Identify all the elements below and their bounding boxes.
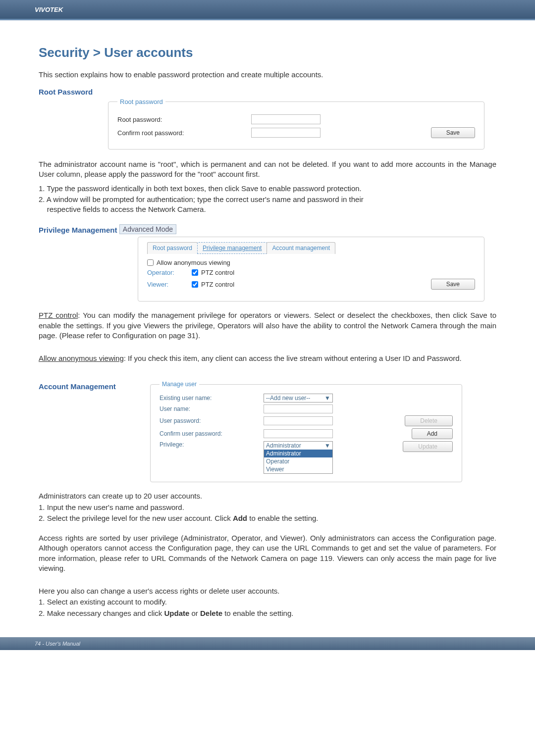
allow-anonymous-para: Allow anonymous viewing: If you check th… [39, 353, 496, 363]
step-1-1: 1. Type the password identically in both… [39, 184, 496, 194]
update-button[interactable]: Update [403, 441, 453, 452]
manage-user-legend: Manage user [160, 381, 199, 388]
confirm-root-password-label: Confirm root password: [117, 129, 251, 137]
manage-user-panel: Manage user Existing user name: --Add ne… [150, 381, 462, 482]
privilege-save-button[interactable]: Save [431, 279, 475, 290]
confirm-user-password-label: Confirm user password: [160, 430, 264, 437]
user-name-label: User name: [160, 405, 264, 412]
delete-button[interactable]: Delete [405, 415, 453, 426]
confirm-user-password-input[interactable] [264, 429, 333, 438]
viewer-ptz-checkbox[interactable] [192, 281, 198, 288]
tab-account-management[interactable]: Account management [267, 242, 335, 254]
page-title: Security > User accounts [39, 45, 496, 60]
privilege-panel: Root password Privilege management Accou… [138, 237, 484, 302]
step-1-2: 2. A window will be prompted for authent… [39, 195, 496, 215]
user-name-input[interactable] [264, 404, 333, 413]
step-2-2: 2. Select the privilege level for the ne… [39, 513, 496, 523]
root-password-legend: Root password [117, 98, 165, 105]
user-password-input[interactable] [264, 416, 333, 425]
account-management-heading: Account Management [39, 382, 116, 391]
allow-anonymous-checkbox[interactable] [147, 259, 154, 266]
step-2-1: 1. Input the new user's name and passwor… [39, 503, 496, 512]
existing-user-label: Existing user name: [160, 395, 264, 402]
root-password-save-button[interactable]: Save [431, 127, 475, 138]
ptz-control-para: PTZ control: You can modify the manageme… [39, 310, 496, 341]
advanced-mode-badge: Advanced Mode [119, 224, 176, 234]
tab-root-password[interactable]: Root password [147, 242, 198, 254]
para-admin-accounts: Administrators can create up to 20 user … [39, 491, 496, 501]
tab-bar: Root password Privilege management Accou… [147, 242, 475, 254]
viewer-label: Viewer: [147, 281, 192, 288]
tab-privilege-management[interactable]: Privilege management [197, 242, 267, 254]
chevron-down-icon: ▼ [324, 395, 330, 402]
user-password-label: User password: [160, 417, 264, 424]
add-button[interactable]: Add [412, 428, 453, 439]
header-bar: VIVOTEK [0, 0, 535, 19]
step-3-1: 1. Select an existing account to modify. [39, 597, 496, 607]
allow-anonymous-label: Allow anonymous viewing [157, 259, 230, 266]
step-3-2: 2. Make necessary changes and click Upda… [39, 608, 496, 618]
confirm-root-password-input[interactable] [251, 128, 321, 138]
root-password-label: Root password: [117, 116, 251, 123]
operator-ptz-checkbox[interactable] [192, 269, 198, 276]
intro-text: This section explains how to enable pass… [39, 70, 496, 79]
privilege-heading: Privilege Management [39, 226, 117, 234]
privilege-heading-row: Privilege Management Advanced Mode [39, 224, 496, 235]
privilege-select[interactable]: Administrator▼ Administrator Operator Vi… [264, 441, 333, 474]
root-password-input[interactable] [251, 114, 321, 124]
existing-user-select[interactable]: --Add new user--▼ [264, 394, 333, 403]
operator-label: Operator: [147, 269, 192, 276]
para-access-rights: Access rights are sorted by user privile… [39, 533, 496, 573]
para-change-rights: Here you also can change a user's access… [39, 586, 496, 596]
root-password-heading: Root Password [39, 88, 496, 96]
viewer-ptz-label: PTZ control [201, 281, 234, 288]
para-root-account: The administrator account name is "root"… [39, 159, 496, 180]
chevron-down-icon: ▼ [324, 442, 330, 449]
brand-text: VIVOTEK [35, 6, 63, 13]
page-content: Security > User accounts This section ex… [0, 20, 535, 629]
root-password-panel: Root password Root password: Confirm roo… [108, 98, 484, 150]
footer-bar: 74 - User's Manual [0, 637, 535, 650]
footer-text: 74 - User's Manual [35, 641, 80, 647]
privilege-option-viewer[interactable]: Viewer [264, 465, 332, 473]
privilege-option-operator[interactable]: Operator [264, 457, 332, 465]
privilege-option-administrator[interactable]: Administrator [264, 450, 332, 457]
privilege-label: Privilege: [160, 441, 264, 448]
operator-ptz-label: PTZ control [201, 269, 234, 276]
